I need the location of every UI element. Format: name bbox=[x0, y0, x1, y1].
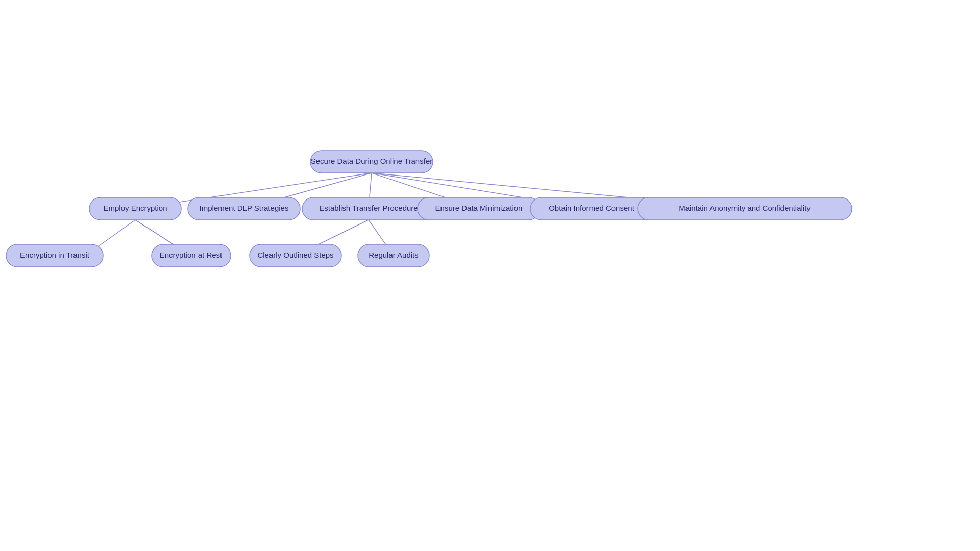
node-audits-label: Regular Audits bbox=[369, 251, 419, 259]
node-anonymity-label: Maintain Anonymity and Confidentiality bbox=[679, 204, 811, 212]
node-consent-label: Obtain Informed Consent bbox=[549, 204, 634, 212]
mind-map-diagram: Secure Data During Online Transfer Emplo… bbox=[0, 0, 980, 551]
node-minimize-label: Ensure Data Minimization bbox=[435, 204, 523, 212]
node-employ-label: Employ Encryption bbox=[103, 204, 167, 212]
node-dlp-label: Implement DLP Strategies bbox=[200, 204, 289, 212]
node-rest-label: Encryption at Rest bbox=[160, 251, 223, 259]
node-transit-label: Encryption in Transit bbox=[20, 251, 90, 259]
node-transfer-label: Establish Transfer Procedure bbox=[319, 204, 418, 212]
node-steps-label: Clearly Outlined Steps bbox=[257, 251, 333, 259]
root-node-label: Secure Data During Online Transfer bbox=[311, 157, 432, 165]
